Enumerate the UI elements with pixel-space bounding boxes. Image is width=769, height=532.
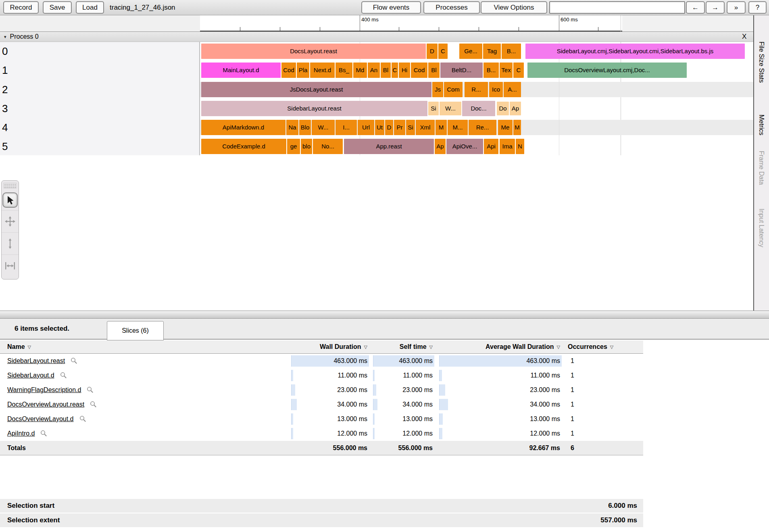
find-previous-button[interactable]: ←	[686, 1, 705, 14]
trace-slice[interactable]: M...	[448, 120, 468, 135]
save-button[interactable]: Save	[43, 1, 72, 14]
trace-slice[interactable]: D	[427, 44, 438, 59]
trace-slice[interactable]: No...	[313, 139, 343, 154]
trace-slice[interactable]: Me	[498, 120, 513, 135]
trace-slice[interactable]: BeltD...	[440, 63, 483, 78]
trace-slice[interactable]: ApiOve...	[446, 139, 483, 154]
trace-slice[interactable]: Ima	[500, 139, 515, 154]
trace-slice[interactable]: Com	[444, 82, 463, 97]
trace-slice[interactable]: C	[392, 63, 398, 78]
slice-name-link[interactable]: SidebarLayout.reast	[7, 357, 65, 364]
magnifier-icon[interactable]	[87, 386, 94, 393]
slice-name-link[interactable]: SidebarLayout.d	[7, 372, 54, 379]
trace-slice[interactable]: Si	[428, 102, 439, 115]
trace-slice[interactable]: SidebarLayout.reast	[201, 101, 427, 116]
trace-slice[interactable]: Do	[497, 102, 509, 115]
trace-slice[interactable]: blo	[301, 139, 312, 154]
process-header[interactable]: ▾Process 0 X	[0, 31, 753, 42]
trace-slice[interactable]: Ge...	[459, 44, 482, 59]
trace-slice[interactable]: DocsOverviewLayout.cmj,Doc...	[527, 63, 687, 78]
trace-slice[interactable]: D	[385, 120, 393, 135]
trace-slice[interactable]: Ap	[510, 102, 521, 115]
trace-slice[interactable]: Cod	[281, 63, 296, 78]
trace-slice[interactable]: SidebarLayout.cmj,SidebarLayout.cmi,Side…	[525, 44, 745, 59]
trace-slice[interactable]: Re...	[469, 120, 496, 135]
trace-slice[interactable]: JsDocsLayout.reast	[201, 82, 431, 97]
trace-slice[interactable]: Ap	[435, 139, 446, 154]
trace-slice[interactable]: N	[516, 139, 524, 154]
view-options-button[interactable]: View Options	[481, 1, 547, 14]
trace-slice[interactable]: Ut	[375, 120, 384, 135]
trace-slice[interactable]: Next.d	[310, 63, 335, 78]
trace-slice[interactable]: I...	[336, 120, 357, 135]
timing-tool-button[interactable]	[2, 255, 19, 277]
trace-slice[interactable]: Js	[432, 82, 443, 97]
magnifier-icon[interactable]	[60, 372, 67, 379]
trace-slice[interactable]: Xml	[416, 120, 435, 135]
trace-slice[interactable]: Tag	[483, 44, 501, 59]
side-tab-file-size-stats[interactable]: File Size Stats	[758, 42, 765, 83]
slice-name-link[interactable]: DocsOverviewLayout.reast	[7, 401, 84, 408]
column-header-wall-duration[interactable]: Wall Duration▽	[291, 340, 369, 353]
slice-name-link[interactable]: WarningFlagDescription.d	[7, 386, 81, 393]
trace-slice[interactable]: Na	[286, 120, 298, 135]
find-next-button[interactable]: →	[706, 1, 725, 14]
magnifier-icon[interactable]	[71, 357, 77, 364]
trace-slice[interactable]: ge	[287, 139, 300, 154]
timeline-ruler[interactable]: 400 ms600 ms	[200, 15, 622, 31]
trace-slice[interactable]: Md	[353, 63, 367, 78]
more-options-button[interactable]: »	[727, 1, 746, 14]
trace-slice[interactable]: Cod	[411, 63, 427, 78]
trace-slice[interactable]: Pla	[297, 63, 309, 78]
processes-button[interactable]: Processes	[423, 1, 480, 14]
magnifier-icon[interactable]	[40, 430, 47, 437]
flame-chart[interactable]: DocsLayout.reastDCGe...TagB...SidebarLay…	[0, 42, 753, 155]
trace-slice[interactable]: B...	[502, 44, 521, 59]
trace-slice[interactable]: DocsLayout.reast	[201, 44, 426, 59]
magnifier-icon[interactable]	[90, 401, 97, 408]
close-track-button[interactable]: X	[742, 32, 746, 41]
trace-slice[interactable]: C	[513, 63, 524, 78]
side-tab-metrics[interactable]: Metrics	[758, 115, 765, 136]
trace-slice[interactable]: A...	[504, 82, 521, 97]
column-header-self-time[interactable]: Self time▽	[373, 340, 434, 353]
search-input[interactable]	[549, 1, 685, 14]
trace-slice[interactable]: Blo	[299, 120, 311, 135]
trace-slice[interactable]: M	[513, 120, 521, 135]
flow-events-button[interactable]: Flow events	[361, 1, 421, 14]
slice-name-link[interactable]: ApiIntro.d	[7, 430, 35, 437]
trace-slice[interactable]: ApiMarkdown.d	[201, 120, 286, 135]
collapse-caret-icon[interactable]: ▾	[4, 32, 6, 42]
load-button[interactable]: Load	[76, 1, 104, 14]
column-header-average-wall-duration[interactable]: Average Wall Duration▽	[439, 340, 562, 353]
column-header-name[interactable]: Name▽	[7, 340, 31, 353]
pan-tool-button[interactable]	[2, 210, 19, 232]
tab-slices[interactable]: Slices (6)	[107, 321, 164, 340]
trace-slice[interactable]: W...	[312, 120, 335, 135]
record-button[interactable]: Record	[3, 1, 39, 14]
trace-slice[interactable]: C	[438, 44, 448, 59]
trace-slice[interactable]: Bs_	[336, 63, 352, 78]
column-header-occurrences[interactable]: Occurrences▽	[568, 340, 613, 353]
trace-slice[interactable]: An	[368, 63, 380, 78]
trace-slice[interactable]: Ico	[489, 82, 503, 97]
trace-slice[interactable]: MainLayout.d	[201, 63, 281, 78]
trace-slice[interactable]: M	[436, 120, 447, 135]
palette-drag-handle[interactable]	[3, 183, 17, 188]
trace-slice[interactable]: Si	[406, 120, 415, 135]
help-button[interactable]: ?	[748, 1, 767, 14]
trace-slice[interactable]: CodeExample.d	[201, 139, 286, 154]
magnifier-icon[interactable]	[79, 415, 86, 422]
pane-splitter[interactable]	[0, 311, 769, 319]
trace-slice[interactable]: Doc...	[462, 101, 495, 116]
slice-name-link[interactable]: DocsOverviewLayout.d	[7, 415, 74, 422]
trace-slice[interactable]: R...	[465, 82, 488, 97]
trace-slice[interactable]: B...	[483, 63, 499, 78]
selection-tool-button[interactable]	[2, 190, 19, 210]
trace-slice[interactable]: Pr	[394, 120, 405, 135]
trace-slice[interactable]: Url	[358, 120, 374, 135]
trace-slice[interactable]: Api	[484, 139, 498, 154]
trace-slice[interactable]: Bl	[428, 63, 440, 78]
trace-slice[interactable]: Bl	[381, 63, 391, 78]
trace-slice[interactable]: Hi	[399, 63, 410, 78]
